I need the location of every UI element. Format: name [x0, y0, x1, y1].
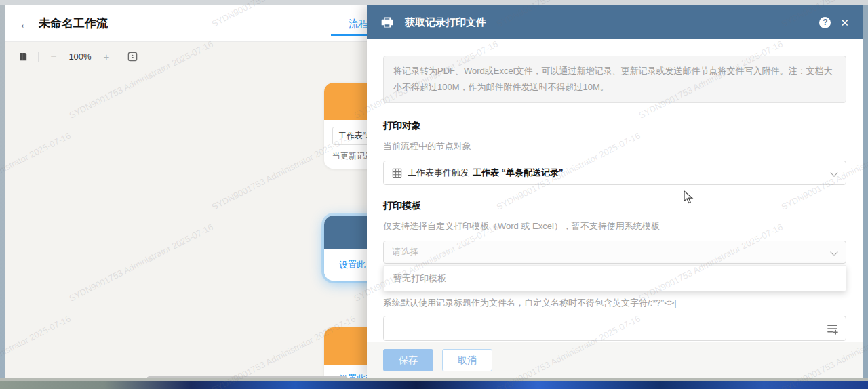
chevron-down-icon — [830, 248, 837, 255]
fit-view-icon — [127, 51, 138, 62]
worksheet-grid-icon — [392, 168, 402, 178]
workflow-title: 未命名工作流 — [39, 16, 108, 31]
print-object-select[interactable]: 工作表事件触发 工作表 “单条配送记录” — [383, 161, 846, 185]
save-button[interactable]: 保存 — [383, 349, 433, 371]
workflow-app-window: ← 未命名工作流 流程 − 100% + 工作表“单条配送记录” 当更新记录时 — [5, 5, 863, 378]
dialog-header: 获取记录打印文件 ? ✕ — [367, 5, 863, 39]
toolbar-divider — [38, 52, 39, 62]
file-name-field — [383, 316, 846, 341]
print-object-heading: 打印对象 — [383, 120, 846, 132]
back-arrow-icon: ← — [19, 17, 32, 31]
printer-icon — [380, 15, 395, 30]
print-template-placeholder: 请选择 — [392, 246, 418, 258]
canvas-horizontal-scrollbar[interactable] — [147, 376, 347, 378]
file-name-hint: 系统默认使用记录标题作为文件名，自定义名称时不得包含英文字符/:*?"<>| — [383, 297, 846, 309]
file-name-input[interactable] — [384, 316, 846, 340]
print-object-value: 工作表事件触发 — [408, 167, 469, 179]
minimap-icon — [18, 52, 28, 62]
minus-icon: − — [50, 50, 56, 62]
dialog-title: 获取记录打印文件 — [405, 16, 819, 29]
zoom-in-button[interactable]: + — [98, 47, 115, 65]
chevron-down-icon — [830, 169, 837, 176]
print-object-desc: 当前流程中的节点对象 — [383, 140, 846, 152]
print-template-heading: 打印模板 — [383, 200, 846, 212]
close-icon[interactable]: ✕ — [840, 18, 849, 28]
screen: ← 未命名工作流 流程 − 100% + 工作表“单条配送记录” 当更新记录时 — [0, 0, 868, 389]
zoom-out-button[interactable]: − — [45, 47, 62, 65]
minimap-button[interactable] — [14, 47, 32, 65]
dialog-body: 将记录转为PDF、Word或Excel文件，可以通过新增记录、更新记录或发送邮件… — [367, 39, 863, 342]
cancel-button[interactable]: 取消 — [442, 349, 492, 371]
desktop-edge-right — [863, 5, 868, 381]
dialog-info-note: 将记录转为PDF、Word或Excel文件，可以通过新增记录、更新记录或发送邮件… — [383, 56, 846, 103]
print-template-options-panel: 暂无打印模板 — [383, 265, 846, 291]
insert-field-icon[interactable] — [826, 323, 839, 335]
desktop-edge-left — [0, 5, 5, 381]
print-template-select[interactable]: 请选择 — [383, 241, 846, 264]
desktop-wallpaper-strip — [0, 381, 868, 389]
print-file-dialog: 获取记录打印文件 ? ✕ 将记录转为PDF、Word或Excel文件，可以通过新… — [367, 5, 863, 378]
help-glyph: ? — [823, 18, 827, 27]
desktop-edge-top — [0, 0, 868, 5]
plus-icon: + — [104, 51, 110, 62]
fit-view-button[interactable] — [123, 47, 141, 65]
print-template-desc: 仅支持选择自定义打印模板（Word 或 Excel），暂不支持使用系统模板 — [383, 220, 846, 232]
print-object-value-bold: 工作表 “单条配送记录” — [473, 167, 564, 179]
close-glyph: ✕ — [840, 17, 849, 28]
dialog-footer: 保存 取消 — [367, 342, 863, 378]
help-icon[interactable]: ? — [819, 17, 831, 28]
tab-flow-underline — [331, 34, 372, 36]
back-button[interactable]: ← — [16, 15, 35, 34]
canvas-toolbar: − 100% + — [14, 47, 141, 65]
option-no-template[interactable]: 暂无打印模板 — [384, 266, 846, 291]
zoom-level: 100% — [65, 52, 95, 62]
